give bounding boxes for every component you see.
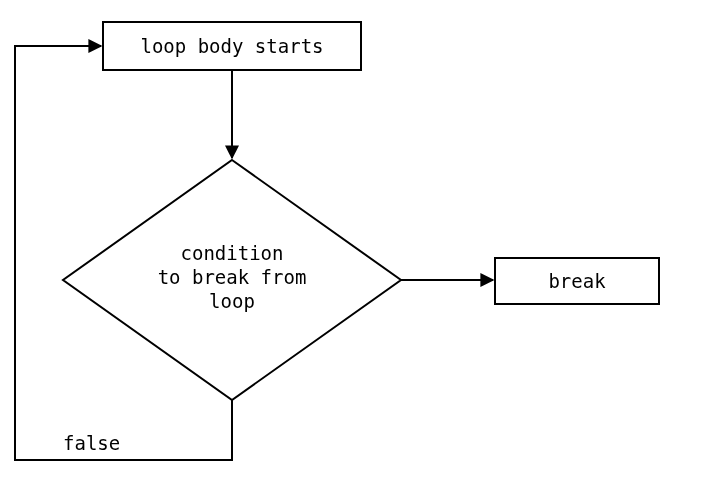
edge-false-label: false bbox=[63, 432, 120, 454]
decision-condition: condition to break from loop bbox=[63, 160, 401, 400]
process-break: break bbox=[495, 258, 659, 304]
process-break-label: break bbox=[548, 270, 606, 292]
decision-condition-line2: to break from bbox=[158, 266, 307, 288]
decision-condition-line3: loop bbox=[209, 290, 255, 312]
process-loop-body-starts-label: loop body starts bbox=[140, 35, 323, 57]
process-loop-body-starts: loop body starts bbox=[103, 22, 361, 70]
decision-condition-line1: condition bbox=[181, 242, 284, 264]
